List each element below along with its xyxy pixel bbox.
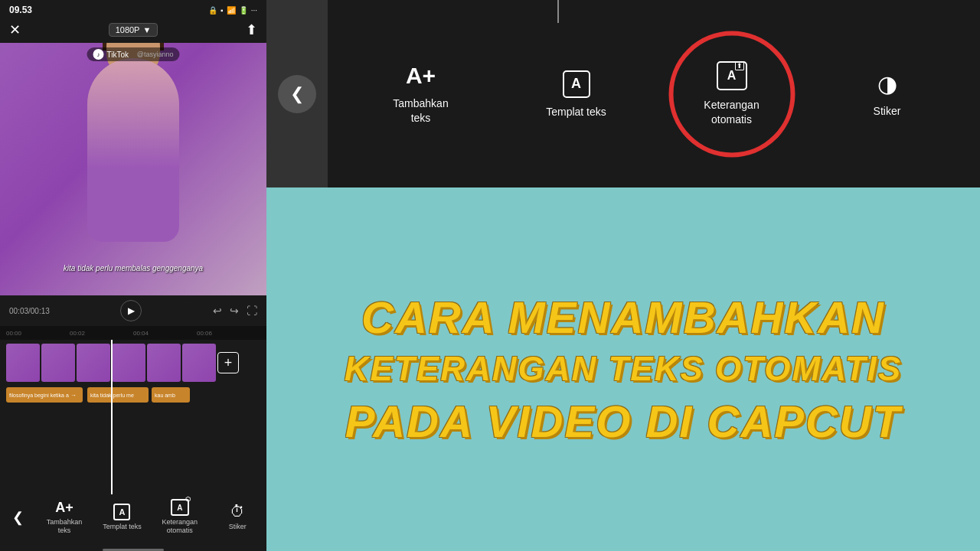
menu-items-area: A+ Tambahkanteks A Templat teks A ⬆	[328, 0, 980, 187]
lock-icon: 🔒	[208, 6, 217, 15]
back-arrow-icon: ❮	[290, 84, 304, 104]
status-bar: 09.53 🔒 ▪ 📶 🔋 ···	[0, 0, 266, 18]
more-icon: ···	[251, 6, 257, 15]
keterangan-otomatis-icon: A ⬆	[717, 61, 747, 90]
current-time: 00:03/00:13	[9, 307, 50, 315]
phone-mockup: 09.53 🔒 ▪ 📶 🔋 ··· ✕ 1080P ▼ ⬆ ♪	[0, 0, 266, 551]
headline-line-3: PADA VIDEO DI CAPCUT	[345, 397, 901, 446]
menu-stiker[interactable]: ◑ Stiker	[849, 70, 926, 117]
username-label: @tasyianno	[137, 51, 174, 58]
menu-keterangan-otomatis[interactable]: A ⬆ Keteranganotomatis	[694, 61, 770, 126]
toolbar-back-button[interactable]: ❮	[6, 509, 30, 526]
play-button[interactable]: ▶	[120, 300, 142, 321]
export-button[interactable]: ⬆	[246, 21, 257, 38]
templat-teks-label: Templat teks	[546, 106, 606, 118]
auto-caption-label: Keteranganotomatis	[162, 518, 198, 535]
screenshot-panel: ❮ A+ Tambahkanteks A Templat teks	[266, 0, 980, 187]
toolbar-text-template[interactable]: A Templat teks	[99, 504, 145, 531]
playhead	[111, 340, 113, 494]
close-button[interactable]: ✕	[9, 21, 21, 38]
thumbnail-4	[112, 344, 145, 382]
back-arrow-area[interactable]: ❮	[266, 0, 328, 187]
caption-text-1: filosofinya begini ketika a	[9, 393, 69, 398]
divider-line	[557, 0, 559, 23]
right-panel: ❮ A+ Tambahkanteks A Templat teks	[266, 0, 980, 551]
back-arrow-button[interactable]: ❮	[278, 75, 316, 113]
headline-line-1: CARA MENAMBAHKAN	[361, 293, 885, 342]
caption-item-1[interactable]: filosofinya begini ketika a →	[6, 387, 83, 403]
thumbnail-2	[41, 344, 75, 382]
caption-item-2[interactable]: kita tidak perlu me	[87, 387, 149, 403]
undo-button[interactable]: ↩	[213, 305, 222, 317]
girl-body-decoration	[87, 58, 179, 242]
wifi-icon: 📶	[227, 6, 236, 15]
caption-item-3[interactable]: kau amb	[152, 387, 190, 403]
fullscreen-button[interactable]: ⛶	[247, 305, 257, 317]
thumbnail-1	[6, 344, 40, 382]
resolution-selector[interactable]: 1080P ▼	[109, 23, 158, 37]
status-time: 09.53	[9, 5, 32, 15]
tambahkan-teks-label: Tambahkanteks	[393, 96, 448, 124]
tambahkan-teks-icon: A+	[406, 63, 436, 89]
time-mark-1: 00:02	[70, 330, 133, 337]
sticker-label: Stiker	[229, 523, 247, 531]
tiktok-icon: ♪	[93, 49, 104, 60]
menu-templat-teks[interactable]: A Templat teks	[538, 70, 615, 118]
headline-line-2: KETERANGAN TEKS OTOMATIS	[345, 350, 902, 387]
editor-top-bar: ✕ 1080P ▼ ⬆	[0, 18, 266, 43]
caption-arrow-1: →	[70, 392, 77, 399]
sticker-icon: ⏱	[230, 503, 245, 520]
toolbar-auto-caption[interactable]: A ⬡ Keteranganotomatis	[157, 499, 203, 535]
timeline-strip[interactable]: + filosofinya begini ketika a → kita tid…	[0, 340, 266, 494]
add-text-icon: A+	[55, 500, 74, 516]
time-mark-3: 00:06	[197, 330, 260, 337]
tiktok-watermark: ♪ TikTok @tasyianno	[87, 47, 180, 61]
resolution-value: 1080P	[116, 25, 140, 34]
keterangan-otomatis-label: Keteranganotomatis	[704, 98, 759, 126]
stiker-icon: ◑	[877, 70, 897, 97]
thumbnail-6	[182, 344, 216, 382]
time-mark-0: 00:00	[6, 330, 70, 337]
timeline-ruler: 00:00 00:02 00:04 00:06	[0, 326, 266, 340]
chevron-down-icon: ▼	[142, 25, 151, 34]
menu-tambahkan-teks[interactable]: A+ Tambahkanteks	[383, 63, 459, 124]
video-preview: ♪ TikTok @tasyianno kita tidak perlu mem…	[0, 43, 266, 295]
add-text-label: Tambahkanteks	[47, 518, 83, 535]
caption-strips: filosofinya begini ketika a → kita tidak…	[0, 386, 266, 404]
caption-row: filosofinya begini ketika a → kita tidak…	[6, 387, 260, 403]
toolbar-add-text[interactable]: A+ Tambahkanteks	[41, 500, 87, 535]
control-icons: ↩ ↪ ⛶	[213, 305, 257, 317]
text-template-label: Templat teks	[103, 523, 142, 531]
templat-teks-icon: A	[563, 70, 590, 98]
highlight-circle	[668, 31, 795, 157]
caption-text-3: kau amb	[155, 393, 175, 398]
status-icons: 🔒 ▪ 📶 🔋 ···	[208, 6, 257, 15]
tiktok-label: TikTok	[107, 51, 129, 59]
toolbar-sticker[interactable]: ⏱ Stiker	[214, 503, 260, 531]
thumbnail-3	[77, 344, 110, 382]
time-mark-2: 00:04	[133, 330, 197, 337]
add-clip-button[interactable]: +	[217, 352, 239, 373]
stiker-label: Stiker	[874, 105, 901, 117]
main-text-area: CARA MENAMBAHKAN KETERANGAN TEKS OTOMATI…	[266, 187, 980, 551]
thumbnail-5	[147, 344, 181, 382]
battery-icon: 🔋	[239, 6, 248, 15]
thumbnail-strip: +	[0, 340, 266, 386]
redo-button[interactable]: ↪	[230, 305, 239, 317]
auto-caption-icon: A ⬡	[171, 499, 189, 516]
bottom-toolbar: ❮ A+ Tambahkanteks A Templat teks A ⬡ Ke…	[0, 494, 266, 544]
text-template-icon: A	[113, 504, 130, 520]
playback-controls: 00:03/00:13 ▶ ↩ ↪ ⛶	[0, 295, 266, 326]
signal-icon: ▪	[220, 6, 224, 15]
subtitle-overlay: kita tidak perlu membalas genggenganya	[0, 264, 266, 272]
